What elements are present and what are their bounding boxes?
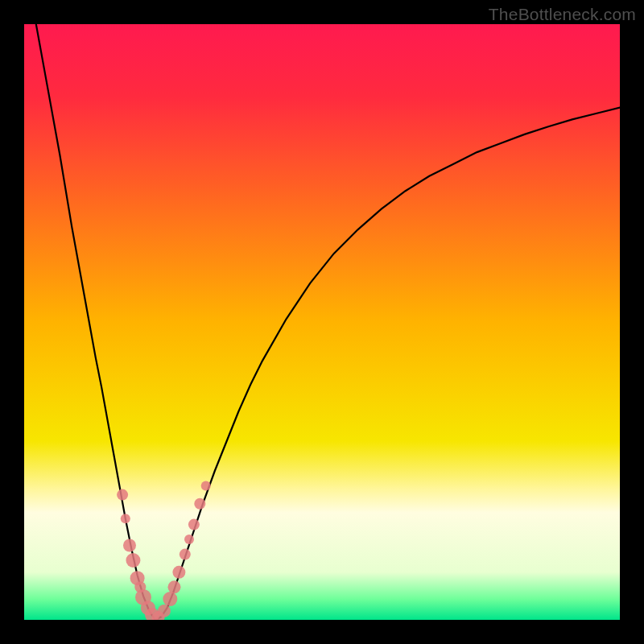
data-dot	[117, 489, 128, 501]
data-dot	[172, 566, 185, 579]
data-dot	[126, 553, 140, 568]
chart-svg	[24, 24, 620, 620]
data-dot	[201, 481, 211, 491]
plot-area	[24, 24, 620, 620]
data-dot	[194, 498, 205, 510]
data-dot	[167, 580, 180, 593]
data-dot	[123, 539, 136, 552]
data-dot	[163, 592, 177, 606]
chart-frame: TheBottleneck.com	[0, 0, 644, 644]
data-dot	[121, 514, 130, 523]
watermark-text: TheBottleneck.com	[489, 5, 636, 24]
data-dot	[180, 549, 191, 560]
data-dot	[158, 605, 171, 617]
data-dot	[188, 519, 200, 530]
data-dot	[184, 535, 194, 544]
gradient-background	[24, 24, 620, 620]
